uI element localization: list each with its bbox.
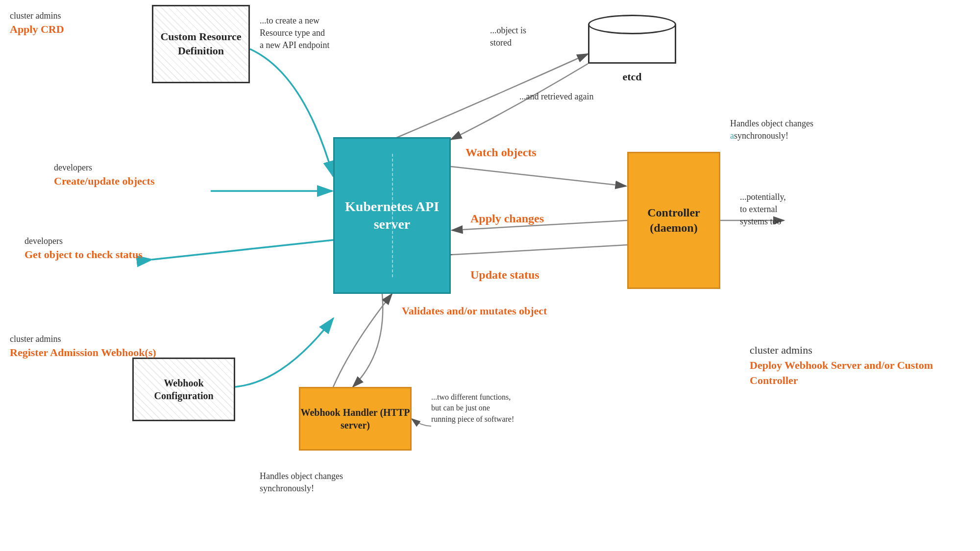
cluster-admins-right: cluster admins Deploy Webhook Server and… (750, 343, 980, 388)
controller-label: Controller (daemon) (629, 205, 719, 236)
developers-create: developers Create/update objects (54, 162, 155, 189)
api-server-label: Kubernetes API server (335, 198, 449, 234)
crd-description: ...to create a new Resource type and a n… (260, 15, 329, 52)
object-stored-label: ...object is stored (490, 24, 526, 49)
webhook-handler-label: Webhook Handler (HTTP server) (300, 406, 410, 431)
controller-box: Controller (daemon) (627, 152, 720, 289)
handles-sync-label: Handles object changes synchronously! (260, 470, 382, 495)
watch-objects-label: Watch objects (466, 144, 537, 161)
two-functions-label: ...two different functions, but can be j… (431, 392, 514, 425)
etcd-container: etcd (588, 15, 676, 78)
developers-get: developers Get object to check status (24, 235, 143, 263)
handles-async-label: Handles object changes asynchronously! (730, 118, 853, 142)
webhook-config-box: Webhook Configuration (132, 358, 235, 421)
apply-changes-label: Apply changes (470, 211, 544, 227)
potentially-external-label: ...potentially, to external systems too (740, 191, 786, 228)
validates-mutates-label: Validates and/or mutates object (402, 304, 547, 319)
update-status-label: Update status (470, 267, 539, 284)
retrieved-label: ...and retrieved again (519, 91, 593, 103)
webhook-config-label: Webhook Configuration (134, 377, 234, 402)
crd-label: Custom Resource Definition (153, 30, 248, 58)
etcd-cylinder (588, 15, 676, 64)
cluster-admins-bottom: cluster admins Register Admission Webhoo… (10, 333, 156, 360)
webhook-handler-box: Webhook Handler (HTTP server) (299, 387, 412, 451)
crd-box: Custom Resource Definition (152, 5, 250, 83)
etcd-label: etcd (588, 71, 676, 83)
etcd-top (588, 15, 676, 34)
cluster-admins-top: cluster admins Apply CRD (10, 10, 64, 37)
api-server-box: Kubernetes API server (333, 137, 451, 294)
diagram: Kubernetes API server Custom Resource De… (0, 0, 980, 551)
